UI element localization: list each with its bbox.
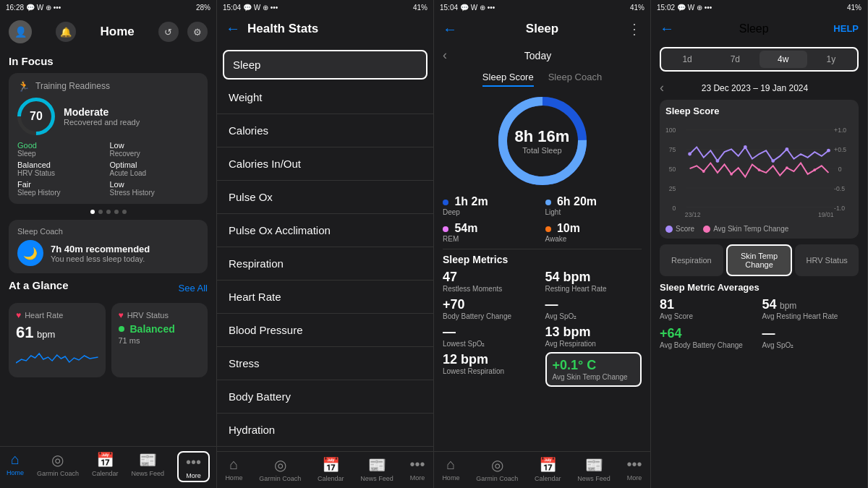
period-7d[interactable]: 7d xyxy=(711,51,759,68)
metric-sleep-hist: Fair Sleep History xyxy=(17,180,107,197)
help-button[interactable]: HELP xyxy=(833,23,859,34)
score-ring: 70 xyxy=(17,98,55,135)
home-nav-icon: ⌂ xyxy=(11,451,20,468)
spo2-label: Avg SpO₂ xyxy=(545,312,642,320)
training-sub: Recovered and ready xyxy=(64,118,199,127)
more2-icon: ••• xyxy=(410,456,425,473)
period-1y[interactable]: 1y xyxy=(807,51,855,68)
legend-skin-label: Avg Skin Temp Change xyxy=(713,225,788,233)
more-nav-label: More xyxy=(186,472,201,479)
svg-point-29 xyxy=(758,168,761,171)
nav-home[interactable]: ⌂ Home xyxy=(7,451,24,482)
heart-rate-label: Heart Rate xyxy=(25,311,63,320)
at-a-glance-title: At a Glance xyxy=(9,279,69,291)
metric-button-group: Respiration Skin Temp Change HRV Status xyxy=(660,244,859,276)
avg-bbc: +64 Avg Body Battery Change xyxy=(660,326,757,349)
prev-arrow-3[interactable]: ‹ xyxy=(443,48,447,63)
more-icon-3[interactable]: ⋮ xyxy=(627,20,642,38)
heart-rate-card[interactable]: ♥ Heart Rate 61 bpm xyxy=(9,303,106,377)
date-3: Today xyxy=(524,50,551,61)
menu-item-pulse-ox[interactable]: Pulse Ox xyxy=(217,181,433,214)
awake-label: Awake xyxy=(545,235,642,243)
nav2-home[interactable]: ⌂ Home xyxy=(225,456,242,482)
heart-rate-value: 61 xyxy=(16,323,33,341)
menu-item-blood-pressure[interactable]: Blood Pressure xyxy=(217,314,433,347)
refresh-icon[interactable]: ↺ xyxy=(158,22,179,42)
nav3-coach[interactable]: ◎ Garmin Coach xyxy=(476,456,518,482)
health-stats-menu: Sleep Weight Calories Calories In/Out Pu… xyxy=(217,43,433,488)
skin-temp-btn[interactable]: Skin Temp Change xyxy=(726,244,793,276)
nav2-more[interactable]: ••• More xyxy=(410,456,425,482)
deep-label: Deep xyxy=(443,208,540,216)
menu-item-respiration[interactable]: Respiration xyxy=(217,247,433,281)
battery-4: 41% xyxy=(847,4,861,12)
svg-point-26 xyxy=(827,149,830,153)
nav2-calendar[interactable]: 📅 Calendar xyxy=(318,456,344,482)
respiration-btn[interactable]: Respiration xyxy=(660,244,723,276)
svg-point-25 xyxy=(785,147,788,151)
settings-icon[interactable]: ⚙ xyxy=(187,22,208,42)
menu-item-weight[interactable]: Weight xyxy=(217,81,433,114)
avg-rhr-label: Avg Resting Heart Rate xyxy=(762,312,859,320)
back-button-4[interactable]: ← xyxy=(660,20,674,37)
battery-1: 28% xyxy=(196,4,210,12)
battery-3: 41% xyxy=(630,4,644,12)
sleep-score-tab[interactable]: Sleep Score xyxy=(482,72,534,87)
home2-icon: ⌂ xyxy=(229,456,238,473)
bell-icon[interactable]: 🔔 xyxy=(56,22,76,42)
menu-item-heart-rate[interactable]: Heart Rate xyxy=(217,281,433,314)
training-card[interactable]: 🏃 Training Readiness 70 Moderate Recover… xyxy=(9,73,208,204)
time-2: 15:04 xyxy=(223,4,241,12)
nav-calendar[interactable]: 📅 Calendar xyxy=(92,451,119,482)
menu-item-calories[interactable]: Calories xyxy=(217,114,433,147)
menu-item-calories-in-out[interactable]: Calories In/Out xyxy=(217,147,433,181)
prev-arrow-4[interactable]: ‹ xyxy=(660,80,664,95)
menu-item-pulse-ox-acc[interactable]: Pulse Ox Acclimation xyxy=(217,214,433,247)
sleep-coach-card[interactable]: Sleep Coach 🌙 7h 40m recommended You nee… xyxy=(9,220,208,273)
menu-item-hydration[interactable]: Hydration xyxy=(217,414,433,447)
back-button-2[interactable]: ← xyxy=(226,20,240,37)
lresp-value: 12 bpm xyxy=(443,352,540,367)
notif-icons-2: 💬 W ⊕ ••• xyxy=(243,4,278,12)
hrv-status-btn[interactable]: HRV Status xyxy=(795,244,859,276)
nav3-more[interactable]: ••• More xyxy=(627,456,642,482)
svg-point-28 xyxy=(730,173,733,176)
hrv-card[interactable]: ♥ HRV Status Balanced 71 ms xyxy=(111,303,208,377)
nav-more[interactable]: ••• More xyxy=(177,451,210,482)
averages-title: Sleep Metric Averages xyxy=(660,282,859,293)
bottom-nav-3: ⌂ Home ◎ Garmin Coach 📅 Calendar 📰 News … xyxy=(434,451,650,488)
period-1d[interactable]: 1d xyxy=(663,51,711,68)
avg-spo2-value: — xyxy=(762,326,775,341)
date-range: 23 Dec 2023 – 19 Jan 2024 xyxy=(702,83,808,93)
lowest-spo2: — Lowest SpO₂ xyxy=(443,325,540,348)
avg-bbc-value: +64 xyxy=(660,326,682,341)
back-button-3[interactable]: ← xyxy=(443,21,457,38)
menu-item-stress[interactable]: Stress xyxy=(217,347,433,380)
period-4w[interactable]: 4w xyxy=(760,51,807,68)
avatar-button[interactable]: 👤 xyxy=(9,20,32,43)
svg-text:50: 50 xyxy=(669,166,676,173)
sleep-coach-tab[interactable]: Sleep Coach xyxy=(548,72,602,87)
nav-garmin-coach[interactable]: ◎ Garmin Coach xyxy=(37,451,79,482)
svg-point-27 xyxy=(702,170,705,173)
nav2-coach[interactable]: ◎ Garmin Coach xyxy=(259,456,301,482)
metric-sleep: Good Sleep xyxy=(17,141,107,158)
coach-nav-label: Garmin Coach xyxy=(37,470,79,477)
menu-item-sleep[interactable]: Sleep xyxy=(223,50,427,80)
sleep-coach-label: Sleep Coach xyxy=(17,227,199,236)
see-all-link[interactable]: See All xyxy=(179,283,208,294)
more3-icon: ••• xyxy=(627,456,642,473)
svg-text:25: 25 xyxy=(669,185,676,192)
avg-spo2-4: — Avg SpO₂ xyxy=(762,326,859,349)
metric-acute: Optimal Acute Load xyxy=(110,160,200,177)
nav3-news[interactable]: 📰 News Feed xyxy=(577,456,610,482)
nav3-home[interactable]: ⌂ Home xyxy=(442,456,459,482)
nav3-calendar[interactable]: 📅 Calendar xyxy=(535,456,561,482)
nav2-news[interactable]: 📰 News Feed xyxy=(360,456,393,482)
sleep-title: Sleep xyxy=(526,22,558,36)
coach2-icon: ◎ xyxy=(274,456,286,474)
sleep-details-title: Sleep xyxy=(739,22,769,35)
menu-item-body-battery[interactable]: Body Battery xyxy=(217,380,433,414)
nav-news[interactable]: 📰 News Feed xyxy=(131,451,164,482)
legend-skin-temp: Avg Skin Temp Change xyxy=(703,225,788,233)
